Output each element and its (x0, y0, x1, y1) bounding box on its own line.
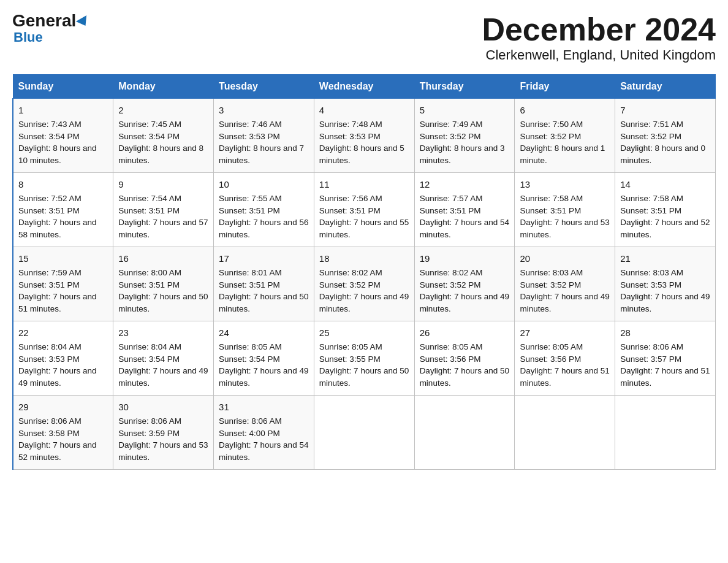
sunrise-text: Sunrise: 8:04 AM (18, 342, 82, 351)
day-number: 20 (520, 252, 610, 266)
daylight-text: Daylight: 8 hours and 5 minutes. (319, 144, 404, 165)
sunset-text: Sunset: 3:59 PM (118, 429, 180, 438)
calendar-cell: 20Sunrise: 8:03 AMSunset: 3:52 PMDayligh… (515, 247, 615, 321)
sunrise-text: Sunrise: 7:59 AM (18, 268, 82, 277)
calendar-cell: 29Sunrise: 8:06 AMSunset: 3:58 PMDayligh… (13, 396, 113, 470)
sunrise-text: Sunrise: 7:56 AM (319, 194, 382, 203)
sunrise-text: Sunrise: 8:05 AM (420, 342, 483, 351)
day-number: 21 (620, 252, 710, 266)
logo: General Blue (12, 12, 89, 45)
day-number: 15 (18, 252, 108, 266)
daylight-text: Daylight: 7 hours and 50 minutes. (219, 292, 308, 313)
sunset-text: Sunset: 3:58 PM (18, 429, 80, 438)
calendar-week-row: 1Sunrise: 7:43 AMSunset: 3:54 PMDaylight… (13, 99, 716, 173)
day-number: 19 (420, 252, 510, 266)
sunrise-text: Sunrise: 8:06 AM (18, 416, 82, 426)
sunrise-text: Sunrise: 7:45 AM (118, 120, 181, 129)
calendar-cell: 15Sunrise: 7:59 AMSunset: 3:51 PMDayligh… (13, 247, 113, 321)
calendar-cell: 19Sunrise: 8:02 AMSunset: 3:52 PMDayligh… (414, 247, 515, 321)
daylight-text: Daylight: 7 hours and 53 minutes. (520, 218, 609, 239)
sunrise-text: Sunrise: 8:00 AM (118, 268, 181, 277)
sunrise-text: Sunrise: 8:06 AM (219, 416, 282, 426)
sunset-text: Sunset: 3:52 PM (420, 132, 481, 141)
sunset-text: Sunset: 3:52 PM (319, 280, 381, 289)
sunset-text: Sunset: 3:51 PM (18, 206, 80, 215)
day-header-tuesday: Tuesday (214, 75, 314, 99)
sunrise-text: Sunrise: 7:52 AM (18, 194, 82, 203)
sunset-text: Sunset: 3:52 PM (420, 280, 481, 289)
day-number: 5 (420, 104, 510, 117)
daylight-text: Daylight: 7 hours and 58 minutes. (18, 218, 97, 239)
calendar-week-row: 15Sunrise: 7:59 AMSunset: 3:51 PMDayligh… (13, 247, 716, 321)
title-block: December 2024 Clerkenwell, England, Unit… (482, 12, 716, 63)
calendar-cell: 10Sunrise: 7:55 AMSunset: 3:51 PMDayligh… (214, 173, 314, 247)
calendar-cell: 8Sunrise: 7:52 AMSunset: 3:51 PMDaylight… (13, 173, 113, 247)
day-number: 28 (620, 326, 710, 340)
calendar-cell: 9Sunrise: 7:54 AMSunset: 3:51 PMDaylight… (113, 173, 214, 247)
daylight-text: Daylight: 7 hours and 49 minutes. (18, 366, 97, 388)
calendar-cell: 14Sunrise: 7:58 AMSunset: 3:51 PMDayligh… (615, 173, 716, 247)
logo-arrow-icon (76, 15, 91, 29)
calendar-cell (414, 396, 515, 470)
sunset-text: Sunset: 3:51 PM (18, 280, 80, 289)
daylight-text: Daylight: 7 hours and 55 minutes. (319, 218, 409, 239)
daylight-text: Daylight: 7 hours and 52 minutes. (620, 218, 710, 239)
logo-blue: Blue (12, 29, 43, 45)
calendar-cell: 27Sunrise: 8:05 AMSunset: 3:56 PMDayligh… (515, 321, 615, 396)
calendar-cell: 24Sunrise: 8:05 AMSunset: 3:54 PMDayligh… (214, 321, 314, 396)
daylight-text: Daylight: 8 hours and 10 minutes. (18, 144, 97, 165)
daylight-text: Daylight: 7 hours and 49 minutes. (420, 292, 509, 313)
sunrise-text: Sunrise: 8:05 AM (319, 342, 382, 351)
daylight-text: Daylight: 7 hours and 49 minutes. (520, 292, 609, 313)
sunrise-text: Sunrise: 7:49 AM (420, 120, 483, 129)
sunrise-text: Sunrise: 7:54 AM (118, 194, 181, 203)
sunrise-text: Sunrise: 8:04 AM (118, 342, 181, 351)
sunset-text: Sunset: 4:00 PM (219, 429, 280, 438)
sunrise-text: Sunrise: 7:58 AM (620, 194, 683, 203)
day-number: 10 (219, 178, 309, 191)
sunrise-text: Sunrise: 7:48 AM (319, 120, 382, 129)
calendar-week-row: 8Sunrise: 7:52 AMSunset: 3:51 PMDaylight… (13, 173, 716, 247)
sunset-text: Sunset: 3:54 PM (118, 132, 180, 141)
daylight-text: Daylight: 7 hours and 50 minutes. (118, 292, 208, 313)
calendar-cell: 13Sunrise: 7:58 AMSunset: 3:51 PMDayligh… (515, 173, 615, 247)
day-number: 2 (118, 104, 208, 117)
day-header-saturday: Saturday (615, 75, 716, 99)
daylight-text: Daylight: 7 hours and 51 minutes. (18, 292, 97, 313)
calendar-cell: 31Sunrise: 8:06 AMSunset: 4:00 PMDayligh… (214, 396, 314, 470)
sunset-text: Sunset: 3:53 PM (219, 132, 280, 141)
daylight-text: Daylight: 7 hours and 51 minutes. (620, 366, 710, 388)
calendar-cell: 18Sunrise: 8:02 AMSunset: 3:52 PMDayligh… (314, 247, 414, 321)
day-number: 16 (118, 252, 208, 266)
sunset-text: Sunset: 3:53 PM (18, 354, 80, 364)
calendar-week-row: 29Sunrise: 8:06 AMSunset: 3:58 PMDayligh… (13, 396, 716, 470)
sunset-text: Sunset: 3:54 PM (118, 354, 180, 364)
day-number: 8 (18, 178, 108, 191)
day-number: 12 (420, 178, 510, 191)
sunrise-text: Sunrise: 7:58 AM (520, 194, 583, 203)
sunrise-text: Sunrise: 8:01 AM (219, 268, 282, 277)
daylight-text: Daylight: 7 hours and 53 minutes. (118, 440, 208, 462)
day-number: 7 (620, 104, 710, 117)
day-header-thursday: Thursday (414, 75, 515, 99)
day-number: 6 (520, 104, 610, 117)
sunset-text: Sunset: 3:52 PM (520, 132, 581, 141)
day-header-friday: Friday (515, 75, 615, 99)
page-title: December 2024 (482, 12, 716, 47)
sunset-text: Sunset: 3:53 PM (319, 132, 381, 141)
sunset-text: Sunset: 3:56 PM (520, 354, 581, 364)
daylight-text: Daylight: 7 hours and 54 minutes. (420, 218, 509, 239)
day-number: 30 (118, 400, 208, 414)
day-number: 25 (319, 326, 409, 340)
sunrise-text: Sunrise: 8:05 AM (520, 342, 583, 351)
calendar-cell: 4Sunrise: 7:48 AMSunset: 3:53 PMDaylight… (314, 99, 414, 173)
calendar-cell: 23Sunrise: 8:04 AMSunset: 3:54 PMDayligh… (113, 321, 214, 396)
daylight-text: Daylight: 7 hours and 57 minutes. (118, 218, 208, 239)
daylight-text: Daylight: 8 hours and 8 minutes. (118, 144, 203, 165)
sunset-text: Sunset: 3:51 PM (118, 206, 180, 215)
sunset-text: Sunset: 3:57 PM (620, 354, 681, 364)
day-number: 4 (319, 104, 409, 117)
daylight-text: Daylight: 7 hours and 49 minutes. (118, 366, 208, 388)
sunset-text: Sunset: 3:54 PM (219, 354, 280, 364)
day-header-monday: Monday (113, 75, 214, 99)
